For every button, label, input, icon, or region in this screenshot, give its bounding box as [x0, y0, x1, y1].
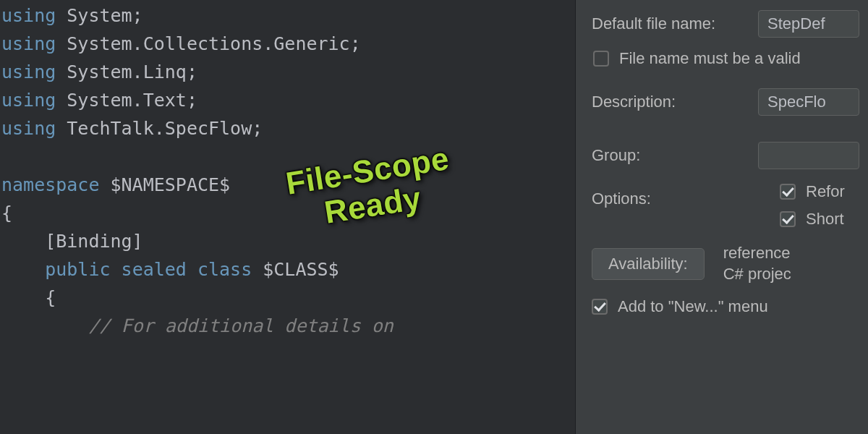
default-file-name-input[interactable]: StepDef	[758, 10, 859, 38]
file-name-valid-row: File name must be a valid	[593, 49, 868, 68]
file-name-valid-checkbox[interactable]	[593, 51, 609, 67]
group-label: Group:	[592, 146, 744, 165]
add-to-new-row: Add to "New..." menu	[592, 297, 868, 316]
option-shorten-label: Short	[806, 210, 844, 229]
options-label: Options:	[592, 190, 651, 208]
description-row: Description: SpecFlo	[592, 84, 868, 120]
availability-button[interactable]: Availability:	[592, 248, 705, 280]
availability-text-line1: reference	[723, 244, 791, 262]
code-content: using System; using System.Collections.G…	[1, 1, 575, 340]
availability-text: reference C# projec	[723, 243, 791, 284]
availability-text-line2: C# projec	[723, 265, 791, 283]
description-label: Description:	[592, 93, 744, 111]
add-to-new-checkbox[interactable]	[592, 299, 608, 315]
default-file-name-label: Default file name:	[592, 14, 744, 33]
option-shorten-checkbox[interactable]	[780, 211, 796, 227]
add-to-new-label: Add to "New..." menu	[618, 297, 768, 316]
availability-row: Availability: reference C# projec	[592, 243, 868, 284]
description-input[interactable]: SpecFlo	[758, 88, 859, 116]
code-editor[interactable]: using System; using System.Collections.G…	[0, 0, 575, 434]
group-row: Group:	[592, 137, 868, 174]
option-reformat-label: Refor	[806, 182, 845, 201]
option-shorten-row: Short	[780, 210, 845, 229]
options-block: Options: Refor Short	[592, 182, 868, 229]
option-reformat-row: Refor	[780, 182, 845, 201]
group-input[interactable]	[758, 142, 859, 169]
settings-panel: Default file name: StepDef File name mus…	[575, 0, 868, 434]
file-name-valid-label: File name must be a valid	[619, 49, 801, 68]
option-reformat-checkbox[interactable]	[780, 184, 796, 200]
default-file-name-row: Default file name: StepDef	[592, 6, 868, 42]
